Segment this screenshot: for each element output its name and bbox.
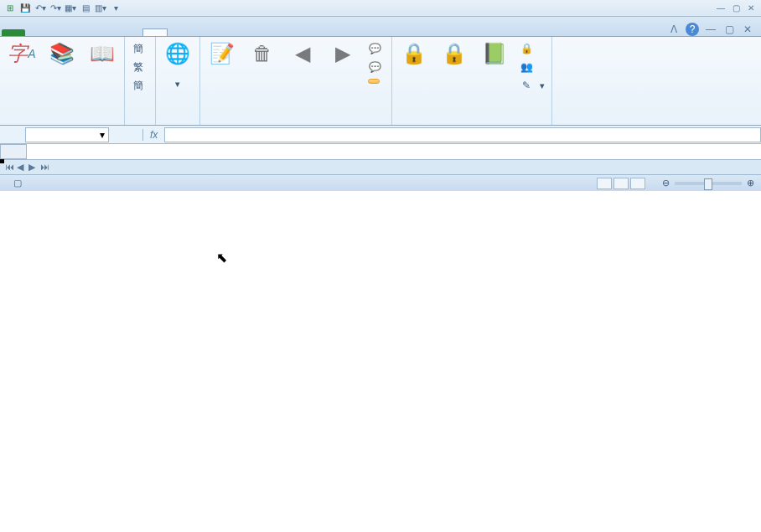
group-language-label	[159, 122, 196, 125]
title-bar: ⊞ 💾 ↶▾ ↷▾ ▦▾ ▤ ▥▾ ▾ — ▢ ✕	[0, 0, 761, 17]
sheet-tabs-bar: ⏮ ◀ ▶ ⏭	[0, 159, 761, 174]
minimize-icon[interactable]: —	[714, 3, 727, 14]
show-hide-icon: 💬	[368, 42, 381, 55]
doc-max-icon[interactable]: ▢	[722, 23, 736, 36]
qat-icon-3[interactable]: ▥▾	[94, 2, 107, 15]
track-changes-button[interactable]: ✎ ▾	[516, 77, 548, 94]
cursor-icon: ⬉	[216, 250, 227, 266]
name-box[interactable]: ▾	[25, 127, 109, 142]
next-comment-button[interactable]: ▶	[324, 39, 361, 70]
track-icon: ✎	[520, 79, 533, 92]
show-all-icon: 💬	[368, 60, 381, 74]
tab-file[interactable]	[2, 29, 25, 36]
sheet-area	[0, 144, 761, 159]
tab-insert[interactable]	[49, 29, 72, 36]
status-bar: ▢ ⊖ ⊕	[0, 174, 761, 191]
protect-book-button[interactable]: 🔒	[436, 39, 473, 70]
tab-formula[interactable]	[96, 29, 119, 36]
tab-review[interactable]	[142, 28, 168, 36]
delete-comment-button[interactable]: 🗑	[244, 39, 281, 70]
translate-icon: 🌐	[164, 40, 191, 67]
thesaurus-icon: 📖	[89, 40, 116, 67]
zoom-slider[interactable]	[675, 182, 742, 185]
delete-comment-icon: 🗑	[249, 40, 276, 67]
show-ink-button[interactable]	[365, 77, 388, 85]
excel-icon: ⊞	[3, 2, 17, 15]
redo-icon[interactable]: ↷▾	[49, 2, 62, 15]
qat-icon-1[interactable]: ▦▾	[64, 2, 77, 15]
name-box-dropdown-icon[interactable]: ▾	[100, 129, 105, 141]
page-layout-view-icon[interactable]	[613, 178, 629, 189]
t2s-icon: 繁	[132, 60, 145, 74]
sheet-last-icon[interactable]: ⏭	[40, 162, 52, 173]
protect-share-icon: 🔒	[520, 42, 533, 55]
s2t-button[interactable]: 簡	[128, 40, 152, 57]
protect-share-button[interactable]: 🔒	[516, 40, 548, 57]
show-all-comments-button[interactable]: 💬	[365, 59, 388, 75]
normal-view-icon[interactable]	[597, 178, 612, 189]
allow-edit-icon: 👥	[520, 60, 533, 74]
minimize-ribbon-icon[interactable]: ᐱ	[667, 23, 681, 36]
save-icon[interactable]: 💾	[18, 2, 32, 15]
select-all-corner[interactable]	[0, 144, 27, 159]
close-icon[interactable]: ✕	[744, 3, 758, 14]
allow-edit-button[interactable]: 👥	[516, 59, 548, 75]
tab-home[interactable]	[25, 29, 49, 36]
spelling-icon: 字A	[8, 40, 35, 67]
tab-dev[interactable]	[191, 29, 215, 36]
show-hide-comment-button[interactable]: 💬	[365, 40, 388, 57]
new-comment-button[interactable]: 📝	[204, 39, 241, 70]
new-comment-icon: 📝	[209, 40, 236, 67]
formula-bar: ▾ fx	[0, 126, 761, 144]
next-comment-icon: ▶	[329, 40, 356, 67]
zoom-out-icon[interactable]: ⊖	[662, 178, 670, 189]
maximize-icon[interactable]: ▢	[729, 3, 743, 14]
tab-data[interactable]	[119, 29, 142, 36]
t2s-button[interactable]: 繁	[128, 59, 152, 75]
page-break-view-icon[interactable]	[630, 178, 645, 189]
help-icon[interactable]: ?	[686, 23, 699, 36]
thesaurus-button[interactable]: 📖	[84, 39, 121, 70]
tab-addin[interactable]	[215, 29, 238, 36]
prev-comment-icon: ◀	[289, 40, 316, 67]
fx-icon[interactable]: fx	[142, 129, 164, 141]
research-icon: 📚	[49, 40, 75, 67]
ribbon: 字A 📚 📖 簡 繁 簡 🌐▾ 📝 🗑 ◀ ▶ 💬 💬	[0, 37, 761, 126]
convert-icon: 簡	[132, 79, 145, 92]
tab-layout[interactable]	[72, 29, 96, 36]
group-changes-label	[396, 122, 548, 125]
group-proofing-label	[3, 122, 121, 125]
zoom-in-icon[interactable]: ⊕	[747, 178, 754, 189]
group-chinese-label	[128, 122, 152, 125]
doc-min-icon[interactable]: —	[704, 23, 717, 36]
share-book-icon: 📗	[481, 40, 508, 67]
tab-view[interactable]	[168, 29, 191, 36]
undo-icon[interactable]: ↶▾	[34, 2, 47, 15]
sheet-next-icon[interactable]: ▶	[28, 162, 40, 173]
ribbon-tabs: ᐱ ? — ▢ ✕	[0, 17, 761, 37]
convert-button[interactable]: 簡	[128, 77, 152, 94]
research-button[interactable]: 📚	[44, 39, 80, 70]
protect-sheet-button[interactable]: 🔒	[396, 39, 432, 70]
group-comments-label	[204, 122, 388, 125]
protect-sheet-icon: 🔒	[401, 40, 427, 67]
spelling-button[interactable]: 字A	[3, 39, 40, 70]
macro-icon[interactable]: ▢	[13, 178, 22, 189]
share-book-button[interactable]: 📗	[476, 39, 513, 70]
translate-button[interactable]: 🌐▾	[159, 39, 196, 90]
sheet-prev-icon[interactable]: ◀	[17, 162, 28, 173]
doc-close-icon[interactable]: ✕	[741, 23, 754, 36]
qat-icon-2[interactable]: ▤	[79, 2, 92, 15]
sheet-first-icon[interactable]: ⏮	[5, 162, 17, 173]
formula-input[interactable]	[164, 127, 761, 142]
qat-more-icon[interactable]: ▾	[109, 2, 122, 15]
prev-comment-button[interactable]: ◀	[284, 39, 321, 70]
s2t-icon: 簡	[132, 42, 145, 55]
protect-book-icon: 🔒	[441, 40, 468, 67]
